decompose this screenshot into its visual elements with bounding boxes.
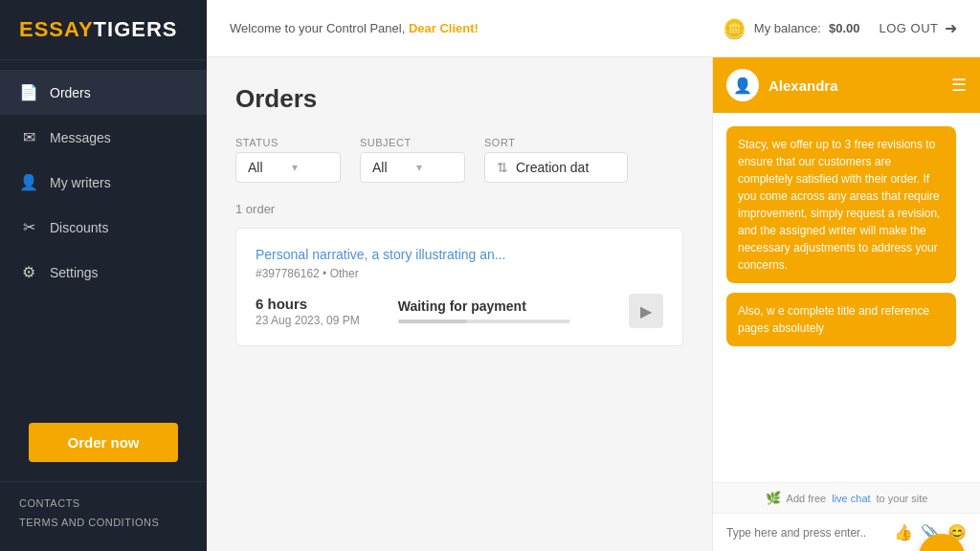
chat-menu-icon[interactable]: ☰	[951, 75, 967, 96]
main: Welcome to your Control Panel, Dear Clie…	[207, 0, 980, 551]
sort-button[interactable]: ⇅ Creation dat	[484, 152, 628, 183]
chat-panel: 👤 Alexandra ☰ Stacy, we offer up to 3 fr…	[712, 57, 980, 551]
live-chat-link[interactable]: live chat	[832, 493, 870, 504]
logo-essay: ESSAY	[19, 17, 94, 41]
live-chat-prefix: Add free	[787, 493, 827, 504]
sidebar-item-discounts[interactable]: ✂ Discounts	[0, 205, 207, 250]
sort-icon: ⇅	[497, 160, 508, 175]
balance-amount: $0.00	[829, 21, 860, 35]
logout-label: LOG OUT	[879, 21, 938, 35]
chat-message-2: Also, w e complete title and reference p…	[726, 293, 956, 346]
orders-icon: 📄	[19, 83, 38, 101]
live-chat-icon: 🌿	[766, 491, 781, 505]
status-filter: STATUS All ▾	[235, 137, 341, 183]
sidebar-item-discounts-label: Discounts	[50, 220, 108, 235]
sort-filter: SORT ⇅ Creation dat	[484, 137, 628, 183]
welcome-text: Welcome to your Control Panel,	[230, 21, 409, 35]
header-right: 🪙 My balance: $0.00 LOG OUT ➜	[723, 17, 957, 40]
order-count: 1 order	[235, 202, 683, 216]
sort-label: SORT	[484, 137, 628, 148]
sidebar: ESSAYTIGERS 📄 Orders ✉ Messages 👤 My wri…	[0, 0, 207, 551]
balance-section: 🪙 My balance: $0.00	[723, 17, 860, 40]
avatar-icon: 👤	[733, 77, 752, 95]
settings-icon: ⚙	[19, 263, 38, 281]
chat-fab-icon: ×	[936, 546, 947, 552]
status-chevron-icon: ▾	[292, 161, 298, 174]
writers-icon: 👤	[19, 173, 38, 191]
sidebar-footer: CONTACTS TERMS AND CONDITIONS	[0, 481, 207, 551]
like-icon[interactable]: 👍	[894, 523, 913, 541]
logout-button[interactable]: LOG OUT ➜	[879, 19, 957, 37]
coin-icon: 🪙	[723, 17, 746, 40]
order-title: Personal narrative, a story illustrating…	[256, 246, 663, 263]
subject-chevron-icon: ▾	[416, 161, 422, 174]
subject-select[interactable]: All ▾	[360, 152, 465, 183]
order-progress-bar	[398, 320, 467, 323]
logo: ESSAYTIGERS	[0, 0, 207, 60]
order-card: Personal narrative, a story illustrating…	[235, 228, 683, 346]
sidebar-item-orders[interactable]: 📄 Orders	[0, 70, 207, 115]
order-action-button[interactable]: ▶	[629, 294, 663, 328]
status-value: All	[248, 160, 263, 175]
subject-label: SUBJECT	[360, 137, 465, 148]
sidebar-item-messages-label: Messages	[50, 130, 111, 145]
order-separator: •	[323, 267, 330, 280]
sidebar-item-messages[interactable]: ✉ Messages	[0, 115, 207, 160]
sidebar-item-orders-label: Orders	[50, 85, 91, 100]
order-date: 23 Aug 2023, 09 PM	[256, 314, 360, 327]
chat-agent-name: Alexandra	[768, 77, 838, 94]
order-now-container: Order now	[29, 423, 178, 462]
sidebar-nav: 📄 Orders ✉ Messages 👤 My writers ✂ Disco…	[0, 60, 207, 408]
live-chat-suffix: to your site	[877, 493, 928, 504]
discounts-icon: ✂	[19, 218, 38, 236]
status-select[interactable]: All ▾	[235, 152, 341, 183]
chat-message-1: Stacy, we offer up to 3 free revisions t…	[726, 126, 956, 283]
messages-icon: ✉	[19, 128, 38, 146]
chat-input[interactable]	[726, 526, 886, 540]
order-title-link[interactable]: Personal narrative, a story illustrating…	[256, 247, 505, 262]
chat-header-left: 👤 Alexandra	[726, 69, 838, 101]
sidebar-item-writers-label: My writers	[50, 175, 111, 190]
dear-client-link[interactable]: Dear Client!	[409, 21, 479, 35]
contacts-link[interactable]: CONTACTS	[19, 497, 188, 509]
logout-icon: ➜	[945, 19, 958, 37]
order-type: Other	[330, 267, 359, 280]
sidebar-item-settings-label: Settings	[50, 265, 99, 280]
filters: STATUS All ▾ SUBJECT All ▾ SORT	[235, 137, 683, 183]
sort-value: Creation dat	[516, 160, 589, 175]
sidebar-item-my-writers[interactable]: 👤 My writers	[0, 160, 207, 205]
balance-label: My balance:	[754, 21, 821, 35]
order-time-value: 6 hours	[256, 296, 360, 312]
order-progress-bar-container	[398, 320, 570, 323]
subject-filter: SUBJECT All ▾	[360, 137, 465, 183]
subject-value: All	[372, 160, 388, 175]
order-number: #397786162	[256, 267, 320, 280]
order-status-label: Waiting for payment	[398, 298, 590, 314]
order-details: 6 hours 23 Aug 2023, 09 PM Waiting for p…	[256, 294, 663, 328]
live-chat-banner: 🌿 Add free live chat to your site	[713, 482, 980, 513]
order-action-icon: ▶	[640, 302, 652, 320]
terms-link[interactable]: TERMS AND CONDITIONS	[19, 517, 188, 528]
order-now-button[interactable]: Order now	[29, 423, 178, 462]
order-meta: #397786162 • Other	[256, 267, 663, 280]
order-status-section: Waiting for payment	[398, 298, 590, 323]
page-title: Orders	[235, 84, 683, 114]
chat-header: 👤 Alexandra ☰	[713, 57, 980, 113]
logo-tigers: TIGERS	[94, 17, 178, 41]
orders-content: Orders STATUS All ▾ SUBJECT All ▾	[207, 57, 712, 551]
header: Welcome to your Control Panel, Dear Clie…	[207, 0, 980, 57]
status-label: STATUS	[235, 137, 341, 148]
order-time: 6 hours 23 Aug 2023, 09 PM	[256, 296, 360, 327]
chat-messages: Stacy, we offer up to 3 free revisions t…	[713, 113, 980, 482]
welcome-message: Welcome to your Control Panel, Dear Clie…	[230, 21, 479, 35]
sidebar-item-settings[interactable]: ⚙ Settings	[0, 250, 207, 295]
page-area: Orders STATUS All ▾ SUBJECT All ▾	[207, 57, 980, 551]
chat-avatar: 👤	[726, 69, 759, 101]
